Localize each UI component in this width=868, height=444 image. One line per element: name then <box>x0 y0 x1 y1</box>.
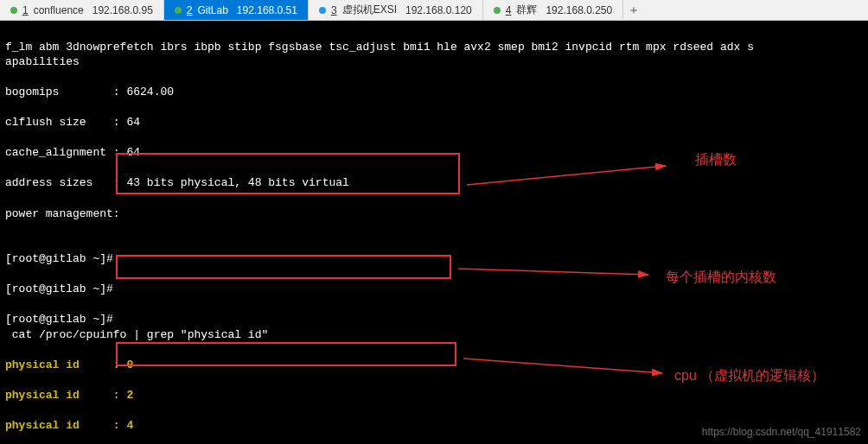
tab-confluence[interactable]: 1 confluence 192.168.0.95 <box>0 0 164 20</box>
annotation-slots: 插槽数 <box>695 150 737 169</box>
tab-label: GitLab <box>198 4 228 16</box>
output-line: physical id : 0 <box>5 358 133 371</box>
status-dot-icon <box>319 7 326 14</box>
tab-ip: 192.168.0.95 <box>93 4 153 16</box>
arrow-icon <box>458 264 657 282</box>
info-line: cache_alignment : 64 <box>5 146 140 159</box>
status-dot-icon <box>494 7 501 14</box>
output-line: physical id : 2 <box>5 389 133 402</box>
arrow-icon <box>463 354 671 380</box>
plus-icon: ＋ <box>628 3 640 18</box>
info-line: bogomips : 6624.00 <box>5 86 174 98</box>
svg-line-2 <box>463 358 662 373</box>
tab-bar: 1 confluence 192.168.0.95 2 GitLab 192.1… <box>0 0 868 21</box>
watermark-text: https://blog.csdn.net/qq_41911582 <box>702 425 861 439</box>
tab-vm-exsi[interactable]: 3 虚拟机EXSI 192.168.0.120 <box>309 0 483 20</box>
tab-label: confluence <box>34 4 84 16</box>
shell-prompt: [root@gitlab ~]# <box>5 252 113 265</box>
command-text: cat /proc/cpuinfo | grep "physical id" <box>5 328 268 341</box>
info-line: clflush size : 64 <box>5 116 140 129</box>
annotation-cpu-logical: cpu （虚拟机的逻辑核） <box>674 366 825 385</box>
tab-index: 3 <box>331 4 337 16</box>
annotation-cores-per-slot: 每个插槽的内核数 <box>666 268 776 287</box>
tab-label: 群辉 <box>516 3 537 17</box>
tab-qunhui[interactable]: 4 群辉 192.168.0.250 <box>483 0 623 20</box>
status-dot-icon <box>10 7 17 14</box>
tab-gitlab[interactable]: 2 GitLab 192.168.0.51 <box>164 0 309 20</box>
arrow-icon <box>467 159 674 193</box>
info-line: address sizes : 43 bits physical, 48 bit… <box>5 176 349 189</box>
highlight-box-2 <box>116 255 451 279</box>
tab-ip: 192.168.0.51 <box>237 4 297 16</box>
tab-index: 1 <box>22 4 29 16</box>
svg-line-1 <box>458 269 648 275</box>
tab-index: 2 <box>187 4 193 16</box>
tab-ip: 192.168.0.120 <box>405 4 472 16</box>
tab-index: 4 <box>506 4 512 16</box>
info-line: power management: <box>5 207 120 220</box>
terminal-output[interactable]: f_lm abm 3dnowprefetch ibrs ibpb stibp f… <box>0 21 868 444</box>
tab-label: 虚拟机EXSI <box>342 3 397 17</box>
tab-ip: 192.168.0.250 <box>546 4 612 16</box>
cpu-flags-line: f_lm abm 3dnowprefetch ibrs ibpb stibp f… <box>5 41 754 69</box>
add-tab-button[interactable]: ＋ <box>623 0 644 20</box>
shell-prompt: [root@gitlab ~]# <box>5 282 113 295</box>
status-dot-icon <box>175 7 182 14</box>
output-line: physical id : 4 <box>5 419 133 432</box>
shell-prompt: [root@gitlab ~]# <box>5 313 113 326</box>
highlight-box-3 <box>116 342 456 366</box>
svg-line-0 <box>467 166 666 185</box>
